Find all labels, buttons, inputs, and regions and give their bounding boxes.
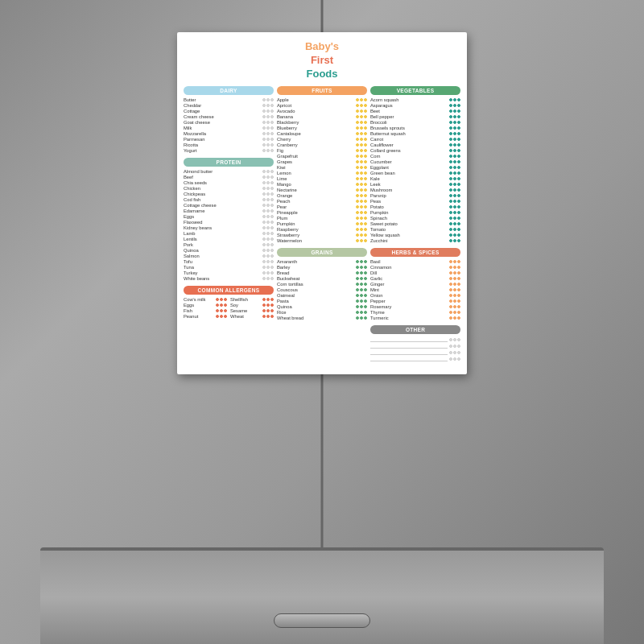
vegetables-list: Acorn squash Asparagus Beet Bell pepper … (370, 97, 460, 244)
list-item: Plum (277, 216, 367, 221)
list-item: Sweet potato (370, 221, 460, 227)
list-item: Potato (370, 204, 460, 210)
list-item (370, 356, 460, 362)
allergens-grid: Cow's milk Eggs Fish Peanut Shellfish So… (184, 297, 274, 320)
list-item: Fig (277, 148, 367, 154)
list-item: Couscous (277, 287, 367, 293)
list-item: Acorn squash (370, 97, 460, 103)
list-item: Yellow squash (370, 233, 460, 238)
list-item: Lamb (184, 231, 274, 237)
list-item: Nectarine (277, 188, 367, 193)
protein-header: PROTEIN (184, 158, 274, 167)
list-item: Beet (370, 109, 460, 114)
fruits-header: FRUITS (277, 86, 367, 95)
list-item: Cauliflower (370, 142, 460, 148)
list-item: Eggs (184, 303, 227, 308)
herbs-list: Basil Cinnamon Dill Garlic Ginger Mint O… (370, 259, 460, 321)
list-item: Yogurt (184, 148, 274, 154)
list-item: Orange (277, 193, 367, 199)
list-item: Turmeric (370, 316, 460, 321)
list-item: Rosemary (370, 304, 460, 310)
list-item: Pepper (370, 299, 460, 304)
list-item: Grapefruit (277, 154, 367, 159)
left-column: DAIRY Butter Cheddar Cottage Cream chees… (184, 86, 274, 320)
dairy-header: DAIRY (184, 86, 274, 95)
list-item: Tuna (184, 265, 274, 270)
list-item: Eggplant (370, 165, 460, 171)
baby-food-poster: Baby's First Foods DAIRY Butter Cheddar … (177, 32, 467, 374)
vegetables-header: VEGETABLES (370, 86, 460, 95)
list-item: Cottage (184, 109, 274, 114)
protein-list: Almond butter Beef Chia seeds Chicken Ch… (184, 169, 274, 282)
list-item: Cinnamon (370, 265, 460, 270)
list-item: Cranberry (277, 142, 367, 148)
list-item: Bell pepper (370, 114, 460, 120)
list-item: Salmon (184, 254, 274, 259)
list-item: Onion (370, 293, 460, 299)
list-item: Cheddar (184, 103, 274, 109)
list-item: Apricot (277, 103, 367, 109)
freezer-drawer (40, 547, 604, 644)
list-item: Peas (370, 199, 460, 204)
list-item: Lentils (184, 237, 274, 242)
list-item: Raspberry (277, 227, 367, 233)
list-item: Wheat bread (277, 316, 367, 321)
list-item: Brussels sprouts (370, 126, 460, 131)
list-item: Pork (184, 242, 274, 248)
columns-wrapper: DAIRY Butter Cheddar Cottage Cream chees… (184, 86, 460, 366)
list-item: Turkey (184, 270, 274, 276)
list-item: Cream cheese (184, 114, 274, 120)
list-item: Pear (277, 204, 367, 210)
list-item: Asparagus (370, 103, 460, 109)
title-foods: Foods (184, 68, 460, 81)
list-item: Cow's milk (184, 297, 227, 303)
title-babys: Baby's (184, 40, 460, 54)
list-item: Zucchini (370, 238, 460, 244)
list-item: Pineapple (277, 210, 367, 216)
list-item: Ginger (370, 282, 460, 287)
list-item: Oatmeal (277, 293, 367, 299)
list-item (370, 349, 460, 356)
list-item: Pumpkin (277, 221, 367, 227)
list-item: Kale (370, 176, 460, 182)
list-item: Mango (277, 182, 367, 188)
list-item: Sesame (230, 308, 274, 314)
list-item: Fish (184, 308, 227, 314)
list-item: Corn tortillas (277, 282, 367, 287)
other-header: OTHER (370, 325, 460, 334)
list-item: Blueberry (277, 126, 367, 131)
other-list (370, 336, 460, 362)
list-item: Mint (370, 287, 460, 293)
list-item: Thyme (370, 310, 460, 316)
list-item: Parmesan (184, 137, 274, 142)
list-item: Chia seeds (184, 180, 274, 186)
list-item: Basil (370, 259, 460, 265)
dairy-list: Butter Cheddar Cottage Cream cheese Goat… (184, 97, 274, 154)
list-item: Flaxseed (184, 220, 274, 225)
list-item: Kiwi (277, 165, 367, 171)
list-item: Cherry (277, 137, 367, 142)
list-item: Kidney beans (184, 225, 274, 231)
list-item: Carrot (370, 137, 460, 142)
list-item: Soy (230, 303, 274, 308)
allergens-col1: Cow's milk Eggs Fish Peanut (184, 297, 227, 320)
list-item: Milk (184, 126, 274, 131)
list-item: Peanut (184, 314, 227, 320)
list-item: Tomato (370, 227, 460, 233)
list-item: Garlic (370, 276, 460, 282)
list-item: Pumpkin (370, 210, 460, 216)
list-item: Barley (277, 265, 367, 270)
freezer-handle (274, 613, 370, 628)
list-item: Watermelon (277, 238, 367, 244)
list-item: Broccoli (370, 120, 460, 126)
list-item: Collard greens (370, 148, 460, 154)
list-item: Green bean (370, 171, 460, 176)
list-item: Wheat (230, 314, 274, 320)
grains-list: Amaranth Barley Bread Buckwheat Corn tor… (277, 259, 367, 321)
list-item: Leek (370, 182, 460, 188)
list-item: Lemon (277, 171, 367, 176)
list-item: Dill (370, 270, 460, 276)
list-item: Spinach (370, 216, 460, 221)
list-item: Strawberry (277, 233, 367, 238)
list-item: Lime (277, 176, 367, 182)
